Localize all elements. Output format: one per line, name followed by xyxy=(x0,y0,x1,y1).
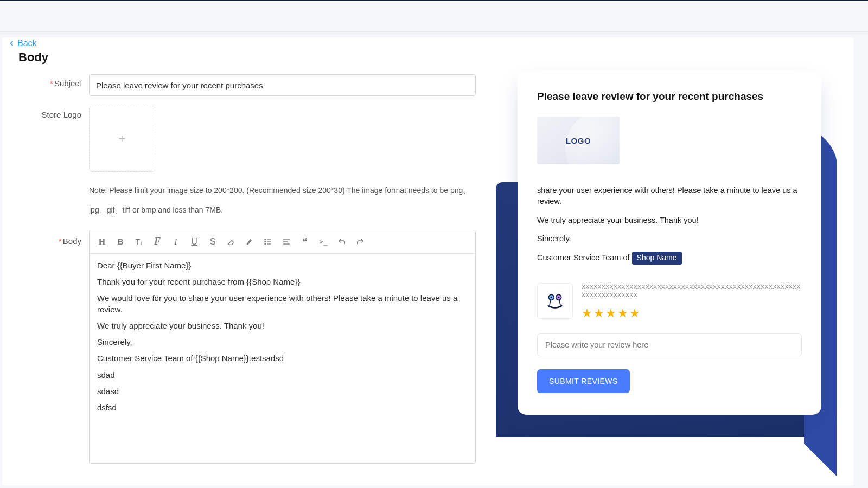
preview-stage: Please leave review for your recent purc… xyxy=(490,55,833,423)
plus-icon: + xyxy=(119,132,126,146)
page-card: Body *Subject Store Logo + Note: Please … xyxy=(2,37,853,485)
row-body: *Body H B T↕ F I U S xyxy=(18,230,477,464)
svg-point-2 xyxy=(265,241,266,242)
logo-upload-box[interactable]: + xyxy=(89,106,155,172)
align-icon[interactable] xyxy=(277,234,296,250)
strikethrough-icon[interactable]: S xyxy=(203,234,222,250)
rich-text-editor: H B T↕ F I U S xyxy=(89,230,476,464)
bold-icon[interactable]: B xyxy=(111,234,130,250)
chevron-left-icon xyxy=(9,40,15,47)
body-label: *Body xyxy=(18,230,89,246)
editor-body[interactable]: Dear {{Buyer First Name}}Thank you for y… xyxy=(90,254,475,463)
page-title: Body xyxy=(18,50,477,65)
font-family-icon[interactable]: F xyxy=(148,234,167,250)
star-rating: ★★★★★ xyxy=(582,305,802,322)
back-label: Back xyxy=(17,38,37,48)
svg-point-12 xyxy=(558,296,559,298)
preview-card: Please leave review for your recent purc… xyxy=(518,71,821,415)
list-icon[interactable] xyxy=(259,234,277,250)
preview-product-row: XXXXXXXXXXXXXXXXXXXXXXXXXXXXXXXXXXXXXXXX… xyxy=(537,283,802,322)
store-logo-label: Store Logo xyxy=(18,106,89,119)
preview-logo: LOGO xyxy=(537,117,620,164)
product-thumbnail xyxy=(537,283,573,319)
subject-label: *Subject xyxy=(18,74,89,88)
preview-paragraph-1: share your user experience with others! … xyxy=(537,185,802,207)
row-store-logo: Store Logo + Note: Please limit your ima… xyxy=(18,106,477,220)
logo-size-note: Note: Please limit your image size to 20… xyxy=(89,181,476,220)
italic-icon[interactable]: I xyxy=(167,234,185,250)
editor-toolbar: H B T↕ F I U S xyxy=(90,230,475,254)
font-size-icon[interactable]: T↕ xyxy=(130,234,148,250)
review-placeholder-box[interactable]: Please write your review here xyxy=(537,333,802,356)
shop-name-tag: Shop Name xyxy=(632,252,682,265)
submit-reviews-button[interactable]: SUBMIT REVIEWS xyxy=(537,369,630,393)
product-name: XXXXXXXXXXXXXXXXXXXXXXXXXXXXXXXXXXXXXXXX… xyxy=(582,283,802,300)
svg-line-14 xyxy=(559,300,560,305)
preview-paragraph-2: We truly appreciate your business. Thank… xyxy=(537,215,802,226)
product-meta: XXXXXXXXXXXXXXXXXXXXXXXXXXXXXXXXXXXXXXXX… xyxy=(582,283,802,322)
quote-icon[interactable]: ❝ xyxy=(296,234,314,250)
code-icon[interactable]: >_ xyxy=(314,234,333,250)
redo-icon[interactable] xyxy=(351,234,369,250)
back-button[interactable]: Back xyxy=(3,34,42,53)
preview-title: Please leave review for your recent purc… xyxy=(537,91,802,102)
undo-icon[interactable] xyxy=(333,234,351,250)
heading-icon[interactable]: H xyxy=(93,234,111,250)
subject-input[interactable] xyxy=(89,74,476,96)
svg-point-10 xyxy=(551,296,552,298)
svg-line-13 xyxy=(550,300,551,305)
preview-paragraph-4: Customer Service Team of Shop Name xyxy=(537,252,802,265)
svg-point-0 xyxy=(265,239,266,240)
underline-icon[interactable]: U xyxy=(185,234,203,250)
breadcrumb xyxy=(0,1,868,31)
preview-paragraph-3: Sincerely, xyxy=(537,233,802,244)
highlight-icon[interactable] xyxy=(240,234,259,250)
eraser-icon[interactable] xyxy=(222,234,240,250)
svg-point-4 xyxy=(265,243,266,245)
preview-column: Please leave review for your recent purc… xyxy=(490,37,822,485)
form-column: Body *Subject Store Logo + Note: Please … xyxy=(2,37,490,485)
row-subject: *Subject xyxy=(18,74,477,96)
